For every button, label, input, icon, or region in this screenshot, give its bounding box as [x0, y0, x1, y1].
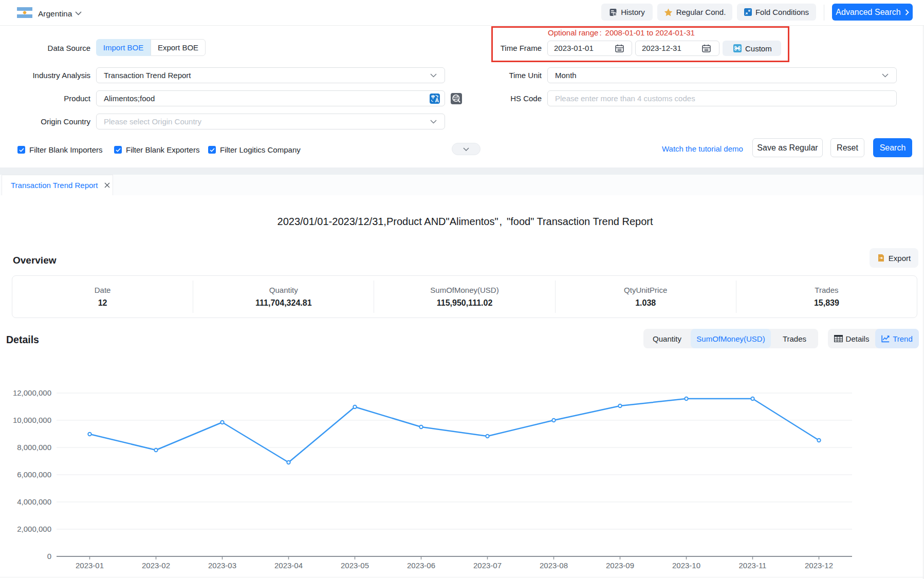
svg-text:2023-12: 2023-12 [805, 561, 833, 570]
svg-text:10,000,000: 10,000,000 [13, 416, 51, 424]
svg-text:A: A [435, 97, 439, 103]
svg-text:2023-04: 2023-04 [274, 561, 303, 570]
svg-text:8,000,000: 8,000,000 [17, 443, 51, 452]
svg-text:2023-02: 2023-02 [142, 561, 170, 570]
svg-text:2023-07: 2023-07 [473, 561, 502, 570]
svg-text:4,000,000: 4,000,000 [17, 497, 51, 506]
svg-text:6,000,000: 6,000,000 [17, 470, 51, 479]
svg-text:2023-01: 2023-01 [76, 561, 104, 570]
svg-text:2023-05: 2023-05 [341, 561, 369, 570]
svg-text:12,000,000: 12,000,000 [13, 388, 51, 397]
svg-text:2023-09: 2023-09 [606, 561, 634, 570]
svg-text:0: 0 [47, 552, 51, 561]
svg-text:2023-11: 2023-11 [739, 561, 767, 570]
svg-text:2,000,000: 2,000,000 [17, 525, 51, 533]
svg-text:2023-03: 2023-03 [208, 561, 236, 570]
svg-text:2023-06: 2023-06 [407, 561, 435, 570]
svg-text:2023-08: 2023-08 [540, 561, 568, 570]
svg-text:2023-10: 2023-10 [672, 561, 700, 570]
